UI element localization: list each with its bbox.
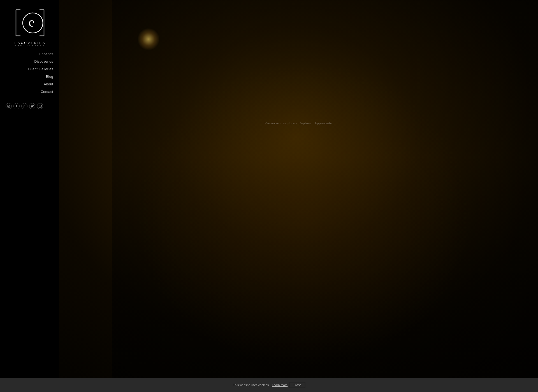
email-icon[interactable] bbox=[37, 103, 43, 109]
svg-rect-8 bbox=[7, 105, 10, 107]
main-content: Preserve · Explore · Capture · Appreciat… bbox=[59, 0, 538, 378]
nav-item-about[interactable]: About bbox=[44, 82, 53, 86]
logo-subtext: PHOTOGRAPHY bbox=[15, 45, 45, 46]
svg-point-10 bbox=[9, 105, 10, 106]
caption-text: Preserve · Explore · Capture · Appreciat… bbox=[265, 122, 332, 125]
cookie-message: This website uses cookies. bbox=[233, 383, 270, 387]
instagram-icon[interactable] bbox=[6, 103, 12, 109]
svg-point-9 bbox=[8, 106, 9, 107]
logo-container: e escoveries PHOTOGRAPHY bbox=[10, 6, 50, 46]
nav-item-client-galleries[interactable]: Client Galleries bbox=[28, 67, 53, 71]
logo-name: escoveries bbox=[15, 41, 46, 45]
nav-item-discoveries[interactable]: Discoveries bbox=[34, 60, 53, 64]
nav-item-escapes[interactable]: Escapes bbox=[39, 52, 53, 56]
caption-area: Preserve · Explore · Capture · Appreciat… bbox=[265, 120, 332, 125]
nav-item-contact[interactable]: Contact bbox=[41, 90, 53, 94]
light-orb bbox=[137, 28, 160, 50]
svg-text:e: e bbox=[29, 15, 34, 29]
sidebar: e escoveries PHOTOGRAPHY Escapes Discove… bbox=[0, 0, 59, 392]
twitter-icon[interactable] bbox=[29, 103, 35, 109]
nav-item-blog[interactable]: Blog bbox=[46, 75, 53, 79]
facebook-icon[interactable]: f bbox=[13, 103, 20, 109]
cookie-close-button[interactable]: Close bbox=[290, 382, 305, 388]
cookie-learn-more-link[interactable]: Learn more bbox=[272, 383, 287, 387]
cookie-bar: This website uses cookies. Learn more Cl… bbox=[0, 378, 538, 392]
social-icons: f p bbox=[6, 103, 43, 109]
logo-bracket: e bbox=[10, 6, 50, 41]
pinterest-icon[interactable]: p bbox=[21, 103, 27, 109]
nav-menu: Escapes Discoveries Client Galleries Blo… bbox=[3, 52, 53, 97]
